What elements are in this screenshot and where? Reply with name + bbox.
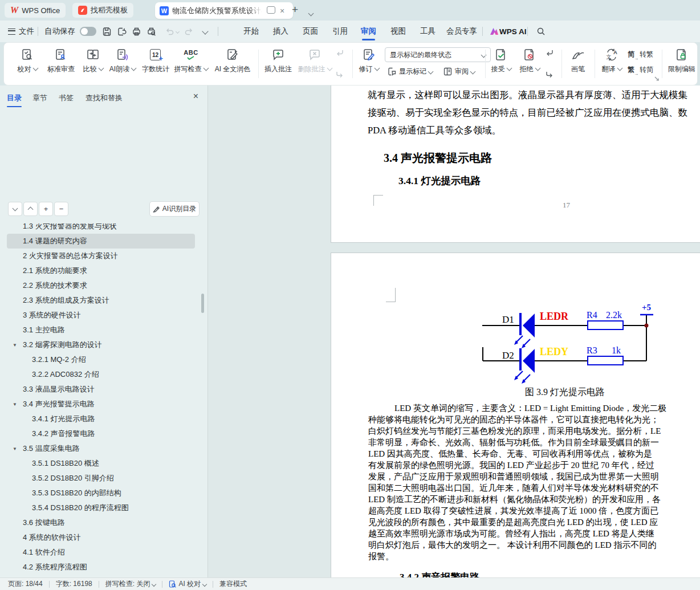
toc-item[interactable]: ▼ 3.4.2 声音报警电路 — [7, 426, 195, 441]
toc-item[interactable]: ▼ 3.3 液晶显示电路设计 — [7, 382, 195, 397]
to-traditional-button[interactable]: 简→ 转繁 — [628, 48, 653, 60]
wps-ai-button[interactable]: WPS AI — [489, 21, 527, 42]
toc-expand-icon[interactable]: ▼ — [13, 446, 17, 451]
word-count-button[interactable]: 12 + 字数统计 — [140, 46, 172, 80]
proofread-button[interactable]: 校对 — [13, 46, 42, 80]
print-button[interactable] — [130, 21, 143, 42]
compare-button[interactable]: 比较 — [79, 46, 107, 80]
menu-tab-view[interactable]: 视图 — [390, 21, 406, 42]
save-button[interactable] — [100, 21, 113, 42]
reject-change-button[interactable]: 拒绝 — [516, 46, 543, 80]
toc-item[interactable]: ▼ 3.6 按键电路 — [7, 515, 195, 530]
toc-item[interactable]: ▼ 1.4 课题的研究内容 — [7, 234, 195, 249]
ai-read-aloud-button[interactable]: AI朗读 — [105, 46, 140, 80]
toc-expand-icon[interactable]: ▼ — [13, 402, 17, 407]
toc-item[interactable]: ▼ 3.5.4 DS18B20 的程序流程图 — [7, 501, 195, 515]
title-bar: W WPS Office 找稻壳模板 W 物流仓储防火预警系统设计与 × + — [0, 0, 700, 21]
tab-list-chevron-icon[interactable] — [307, 9, 313, 19]
toc-item[interactable]: ▼ 3.5.1 DS18B20 概述 — [7, 456, 195, 471]
toc-item[interactable]: ▼ 3.2.2 ADC0832 介绍 — [7, 367, 195, 382]
sidebar-tab-find-replace[interactable]: 查找和替换 — [86, 91, 123, 105]
toc-item[interactable]: ▼ 2 火灾报警器的总体方案设计 — [7, 249, 195, 263]
toc-item[interactable]: ▼ 4.1 软件介绍 — [7, 545, 195, 560]
ribbon-collapse-chevron-icon[interactable] — [201, 21, 207, 42]
toc-item[interactable]: ▼ 1.3 火灾报警器的发展与现状 — [7, 223, 195, 234]
toc-item[interactable]: ▼ 3.2 烟雾探测电路的设计 — [7, 337, 195, 352]
tab-document-active[interactable]: W 物流仓储防火预警系统设计与 × — [155, 2, 293, 19]
status-word-count[interactable]: 字数: 16198 — [56, 579, 92, 589]
draw-pen-button[interactable]: 画笔 — [566, 46, 590, 80]
menu-tab-review[interactable]: 审阅 — [361, 21, 376, 42]
toc-item[interactable]: ▼ 3.4 声光报警提示电路 — [7, 397, 195, 412]
sidebar-close-icon[interactable]: × — [193, 91, 198, 101]
insert-comment-button[interactable]: 插入批注 — [261, 46, 296, 80]
toc-item[interactable]: ▼ 3 系统的硬件设计 — [7, 308, 195, 323]
file-menu[interactable]: 文件 — [8, 21, 34, 42]
toc-item[interactable]: ▼ 3.5 温度采集电路 — [7, 441, 195, 456]
next-change-icon[interactable] — [545, 70, 554, 79]
toc-item-label: 3.5.1 DS18B20 概述 — [32, 458, 99, 469]
menu-tab-insert[interactable]: 插入 — [273, 21, 288, 42]
led-indicator-circuit-figure[interactable]: +5 — [473, 299, 661, 390]
toc-zoom-in-button[interactable]: + — [39, 202, 53, 216]
toc-item[interactable]: ▼ 3.5.3 DS18B20 的内部结构 — [7, 486, 195, 501]
show-markup-button[interactable]: 显示标记 — [387, 64, 433, 78]
dropdown-chevron-icon — [131, 66, 137, 71]
export-button[interactable] — [115, 21, 128, 42]
toc-item[interactable]: ▼ 3.1 主控电路 — [7, 323, 195, 337]
wps-ai-label: WPS AI — [499, 27, 527, 36]
toc-item-label: 3.4.2 声音报警电路 — [32, 429, 95, 439]
status-page-indicator[interactable]: 页面: 18/44 — [8, 579, 43, 589]
to-simplified-button[interactable]: 繁→ 转简 — [628, 63, 653, 76]
restrict-editing-button[interactable]: 限制编辑 — [665, 46, 698, 80]
toc-item[interactable]: ▼ 4 系统的软件设计 — [7, 530, 195, 545]
menu-tab-home[interactable]: 开始 — [243, 21, 259, 42]
ai-recognize-toc-button[interactable]: AI识别目录 — [149, 201, 200, 217]
accept-change-button[interactable]: 接受 — [487, 46, 515, 80]
new-tab-button[interactable]: + — [292, 3, 298, 16]
draw-pen-icon — [571, 46, 585, 63]
search-button[interactable] — [535, 21, 547, 42]
toc-item[interactable]: ▼ 2.2 系统的技术要求 — [7, 278, 195, 293]
dialog-launcher-icon[interactable] — [654, 76, 660, 82]
toc-item[interactable]: ▼ 2.1 系统的功能要求 — [7, 263, 195, 278]
translate-button[interactable]: 文 A 翻译 — [598, 46, 625, 80]
tab-preview-icon[interactable] — [267, 6, 275, 15]
review-pane-button[interactable]: 审阅 — [443, 64, 475, 78]
autosave-toggle[interactable] — [80, 27, 96, 36]
standard-review-button[interactable]: 标准审查 — [44, 46, 78, 80]
sidebar-tab-bookmarks[interactable]: 书签 — [59, 91, 74, 105]
status-compat-mode[interactable]: 兼容模式 — [219, 579, 247, 589]
toc-expand-all-button[interactable] — [8, 202, 22, 216]
previous-change-icon[interactable] — [545, 48, 554, 58]
autosave-control[interactable]: 自动保存 — [44, 21, 96, 42]
sidebar-tab-contents[interactable]: 目录 — [7, 91, 22, 105]
toc-zoom-out-button[interactable]: − — [54, 202, 68, 216]
tab-close-icon[interactable]: × — [280, 7, 284, 15]
toc-item[interactable]: ▼ 4.2 系统程序流程图 — [7, 560, 195, 575]
toc-item[interactable]: ▼ 3.4.1 灯光提示电路 — [7, 412, 195, 426]
tab-docer-templates[interactable]: 找稻壳模板 — [72, 3, 133, 18]
menu-tab-member[interactable]: 会员专享 — [446, 21, 477, 42]
toc-item[interactable]: ▼ 3.5.2 DS18B20 引脚介绍 — [7, 471, 195, 486]
track-changes-button[interactable]: 修订 — [356, 46, 381, 80]
print-preview-button[interactable] — [145, 21, 157, 42]
document-page-17[interactable]: 液晶显示的原理是利用液晶的物理特性， 通过电压对其显示区域进行控就有显示，这样即… — [331, 86, 700, 243]
menu-tab-tools[interactable]: 工具 — [420, 21, 436, 42]
status-spellcheck[interactable]: 拼写检查: 关闭 — [105, 579, 156, 589]
document-page-18[interactable]: +5 — [331, 253, 700, 578]
tab-wps-home[interactable]: W WPS Office — [5, 3, 66, 18]
spell-check-button[interactable]: ABC 拼写检查 — [173, 46, 209, 80]
toc-collapse-all-button[interactable] — [23, 202, 38, 216]
sidebar-tab-chapters[interactable]: 章节 — [32, 91, 47, 105]
toc-expand-icon[interactable]: ▼ — [13, 343, 17, 348]
markup-state-select[interactable]: 显示标记的最终状态 — [385, 47, 491, 62]
toc-item[interactable]: ▼ 3.2.1 MQ-2 介绍 — [7, 352, 195, 367]
status-ai-proofread[interactable]: AI 校对 — [169, 579, 206, 589]
menu-tab-reference[interactable]: 引用 — [332, 21, 348, 42]
ai-polish-button[interactable]: AI 全文润色 — [209, 46, 256, 80]
page18-paragraph: LED 英文单词的缩写，主要含义：LED = Light Emitting Di… — [368, 402, 700, 562]
toc-item[interactable]: ▼ 2.3 系统的组成及方案设计 — [7, 293, 195, 308]
sidebar-scrollbar-thumb[interactable] — [201, 294, 204, 313]
menu-tab-page[interactable]: 页面 — [303, 21, 318, 42]
